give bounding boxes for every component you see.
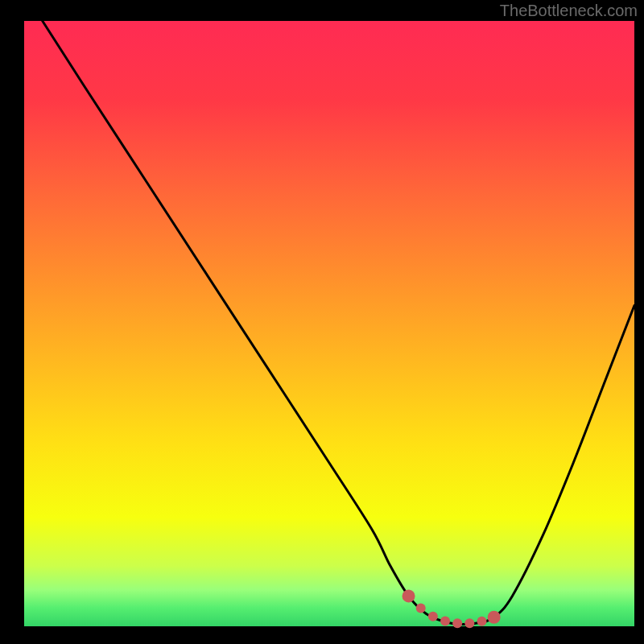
attribution-text: TheBottleneck.com xyxy=(500,2,638,20)
flat-segment-dot xyxy=(428,612,438,621)
flat-segment-dot xyxy=(464,618,474,628)
flat-segment-dot xyxy=(416,603,426,613)
flat-segment-dot xyxy=(402,589,415,602)
bottleneck-chart xyxy=(0,0,644,644)
flat-segment-dot xyxy=(452,618,462,628)
flat-segment-dot xyxy=(488,611,501,624)
flat-segment-dot xyxy=(440,616,450,625)
flat-segment-dot xyxy=(477,617,487,626)
